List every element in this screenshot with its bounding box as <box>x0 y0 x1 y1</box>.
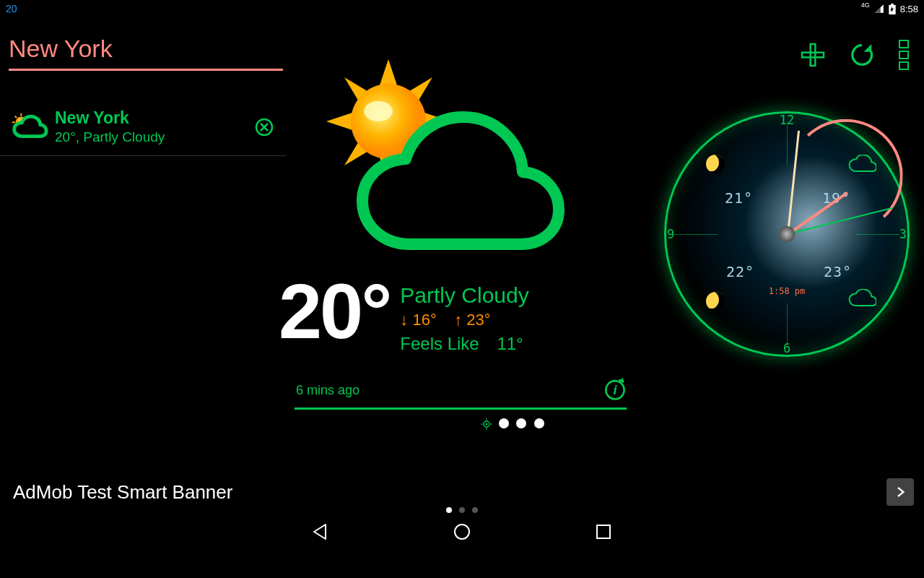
refresh-icon <box>847 40 876 69</box>
clock-subtime: 1:58 pm <box>769 286 806 296</box>
android-navbar <box>0 514 924 549</box>
clock-9: 9 <box>667 227 674 241</box>
high-temp: 23° <box>466 311 490 329</box>
home-icon <box>453 522 471 541</box>
back-icon <box>311 522 330 541</box>
network-label: 4G <box>861 1 870 9</box>
city-list: New York 20°, Partly Cloudy <box>0 101 286 156</box>
close-circle-icon <box>254 117 274 137</box>
tick-3 <box>856 234 899 235</box>
current-temp: 20° <box>279 276 390 346</box>
feels-like-label: Feels Like <box>400 334 479 353</box>
moon-icon <box>706 292 725 311</box>
signal-icon <box>874 4 884 14</box>
high-low: ↓ 16° ↑ 23° <box>400 311 528 329</box>
svg-rect-1 <box>891 4 894 5</box>
page-dot <box>499 418 509 428</box>
status-right: 4G 8:58 <box>861 4 918 14</box>
ad-text: AdMob Test Smart Banner <box>13 481 232 504</box>
low-arrow-icon: ↓ <box>400 311 408 329</box>
ad-dot <box>446 507 452 513</box>
toolbar-actions <box>798 39 911 74</box>
ad-dot <box>459 507 465 513</box>
svg-point-35 <box>455 525 469 539</box>
partly-cloudy-icon <box>7 110 48 144</box>
recent-apps-icon <box>594 522 613 541</box>
tick-9 <box>674 234 718 235</box>
ad-dot <box>472 507 478 513</box>
clock-hub <box>779 226 795 242</box>
plus-icon <box>798 40 827 69</box>
nav-recent-button[interactable] <box>594 522 613 541</box>
high-arrow-icon: ↑ <box>454 311 462 329</box>
svg-point-26 <box>364 101 393 121</box>
selected-city-header: New York <box>9 35 283 71</box>
update-progress <box>295 407 627 410</box>
chevron-right-icon <box>894 486 907 499</box>
clock-3: 3 <box>899 227 907 241</box>
info-button[interactable]: i <box>602 376 628 405</box>
menu-dots-icon <box>897 39 911 71</box>
temperature-row: 20° Partly Cloudy ↓ 16° ↑ 23° Feels Like… <box>279 276 635 354</box>
ad-next-button[interactable] <box>886 478 914 506</box>
nav-back-button[interactable] <box>311 522 330 541</box>
ad-banner[interactable]: AdMob Test Smart Banner <box>0 474 924 510</box>
low-temp: 16° <box>412 311 436 329</box>
tick-12 <box>787 121 788 165</box>
page-dot <box>516 418 526 428</box>
svg-rect-6 <box>899 62 908 69</box>
svg-line-12 <box>15 116 17 117</box>
header-city-name: New York <box>9 35 283 63</box>
refresh-button[interactable] <box>847 40 876 72</box>
cloud-icon <box>847 155 876 176</box>
clock-temp-bl: 22° <box>726 263 754 280</box>
page-indicator[interactable] <box>390 418 635 431</box>
add-city-button[interactable] <box>798 40 827 72</box>
svg-text:i: i <box>613 383 617 397</box>
city-item-name: New York <box>55 108 254 128</box>
svg-rect-2 <box>811 44 816 66</box>
svg-rect-3 <box>802 53 824 58</box>
feels-like-value: 11° <box>497 334 523 353</box>
condition-label: Partly Cloudy <box>400 283 528 308</box>
svg-point-30 <box>486 423 488 426</box>
temp-details: Partly Cloudy ↓ 16° ↑ 23° Feels Like 11° <box>400 283 528 354</box>
battery-icon <box>889 4 896 14</box>
info-refresh-icon: i <box>602 376 628 402</box>
current-weather-panel: 20° Partly Cloudy ↓ 16° ↑ 23° Feels Like… <box>289 52 635 431</box>
tick-6 <box>787 303 788 347</box>
city-list-item[interactable]: New York 20°, Partly Cloudy <box>0 101 286 156</box>
weather-clock[interactable]: 12 3 6 9 21° 19° 22° 23° 1:58 pm <box>654 101 920 367</box>
svg-rect-5 <box>899 51 908 59</box>
android-statusbar: 20 4G 8:58 <box>0 0 924 17</box>
svg-rect-4 <box>899 40 908 48</box>
svg-rect-36 <box>597 525 610 538</box>
nav-home-button[interactable] <box>453 522 471 541</box>
remove-city-button[interactable] <box>254 117 274 137</box>
feels-like: Feels Like 11° <box>400 334 528 354</box>
status-time: 8:58 <box>900 4 918 14</box>
status-left-label: 20 <box>6 3 17 14</box>
locate-dot-icon <box>481 418 491 428</box>
page-dot <box>534 418 544 428</box>
moon-icon <box>706 155 725 173</box>
clock-temp-br: 23° <box>824 263 852 280</box>
current-weather-icon <box>310 52 556 254</box>
app-content: New York <box>0 17 924 549</box>
overflow-menu-button[interactable] <box>897 39 911 74</box>
last-updated-label: 6 mins ago <box>296 383 359 398</box>
ad-pager <box>446 507 478 513</box>
cloud-icon <box>847 289 876 311</box>
clock-temp-tl: 21° <box>725 189 753 207</box>
header-underline <box>9 69 283 71</box>
last-updated-row: 6 mins ago i <box>289 376 635 405</box>
city-item-summary: 20°, Partly Cloudy <box>55 129 254 145</box>
city-item-text: New York 20°, Partly Cloudy <box>55 108 254 145</box>
